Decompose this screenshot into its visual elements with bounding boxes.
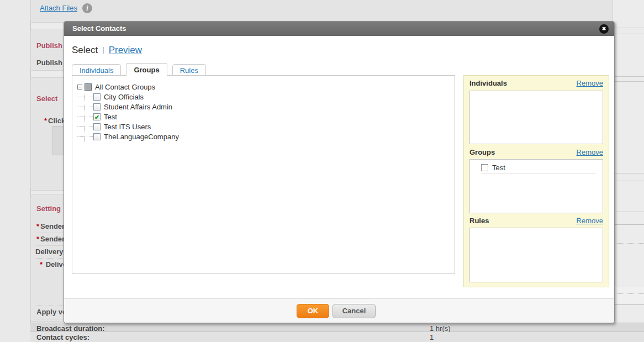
dialog-footer: OK Cancel bbox=[64, 298, 614, 323]
required-marker: * bbox=[36, 235, 39, 243]
contact-cycles-row: Contact cycles: 1 bbox=[30, 332, 644, 342]
group-label: TheLanguageCompany bbox=[104, 133, 179, 141]
collapse-icon[interactable] bbox=[77, 85, 82, 90]
tab-individuals[interactable]: Individuals bbox=[72, 64, 121, 76]
select-heading: Select bbox=[36, 94, 57, 103]
view-separator: | bbox=[102, 45, 104, 54]
group-label: City Officials bbox=[104, 93, 144, 101]
publish-label: Publish bbox=[36, 59, 62, 67]
contact-cycles-value: 1 bbox=[430, 333, 434, 341]
preview-link[interactable]: Preview bbox=[109, 45, 142, 55]
tree-root-row[interactable]: All Contact Groups bbox=[77, 82, 455, 92]
groups-section-header: Groups Remove bbox=[469, 148, 603, 156]
attach-files-panel bbox=[30, 0, 613, 23]
contact-cycles-label: Contact cycles: bbox=[36, 333, 89, 341]
page-row-band bbox=[615, 28, 644, 34]
tree-connector bbox=[85, 90, 85, 142]
tree-row[interactable]: Student Affairs Admin bbox=[77, 102, 455, 112]
tree-row[interactable]: TheLanguageCompany bbox=[77, 131, 455, 141]
cancel-button[interactable]: Cancel bbox=[332, 304, 376, 318]
tab-bar: Individuals Groups Rules bbox=[72, 63, 206, 76]
info-icon[interactable]: i bbox=[82, 3, 92, 13]
group-checkbox-checked[interactable]: ✔ bbox=[93, 113, 101, 120]
selection-summary-panel: Individuals Remove Groups Remove Test Ru… bbox=[463, 75, 609, 287]
remove-rules-link[interactable]: Remove bbox=[577, 217, 603, 225]
rules-section-title: Rules bbox=[469, 217, 489, 225]
page-row-line bbox=[615, 224, 644, 225]
tree-row[interactable]: ✔ Test bbox=[77, 112, 455, 122]
select-contacts-dialog: Select Contacts ✖ Select|Preview Individ… bbox=[64, 21, 615, 323]
publish-heading: Publish bbox=[36, 41, 62, 50]
individuals-section-title: Individuals bbox=[469, 79, 507, 87]
apply-voice-label: Apply vo bbox=[36, 308, 67, 316]
rules-selected-box bbox=[469, 228, 603, 282]
ok-button[interactable]: OK bbox=[297, 304, 329, 318]
group-checkbox[interactable] bbox=[93, 103, 101, 111]
groups-tree-container: All Contact Groups City Officials Studen… bbox=[72, 75, 455, 274]
view-select-label: Select bbox=[72, 45, 98, 55]
page-row-line bbox=[615, 293, 644, 294]
required-marker: * bbox=[40, 260, 43, 269]
tab-groups[interactable]: Groups bbox=[126, 63, 167, 76]
page-row-band bbox=[615, 173, 644, 181]
root-checkbox[interactable] bbox=[85, 83, 92, 91]
broadcast-duration-row: Broadcast duration: 1 hr(s) bbox=[30, 323, 644, 332]
group-label: Student Affairs Admin bbox=[104, 103, 172, 111]
deliver-label: * Delive bbox=[40, 260, 67, 269]
page-row-line bbox=[615, 212, 644, 212]
tree-row[interactable]: City Officials bbox=[77, 92, 455, 102]
individuals-selected-box bbox=[469, 91, 603, 144]
group-label: Test ITS Users bbox=[104, 123, 151, 131]
selected-group-label: Test bbox=[492, 164, 505, 172]
tree-root-label: All Contact Groups bbox=[95, 83, 155, 91]
page-row-band bbox=[615, 287, 644, 304]
selected-group-item[interactable]: Test bbox=[470, 160, 603, 172]
remove-groups-link[interactable]: Remove bbox=[577, 148, 603, 156]
sender-label-1: *Sender bbox=[36, 222, 65, 230]
tree-row[interactable]: Test ITS Users bbox=[77, 122, 455, 131]
contact-groups-tree: All Contact Groups City Officials Studen… bbox=[72, 76, 455, 141]
selected-group-checkbox[interactable] bbox=[481, 164, 488, 171]
page-row-line bbox=[615, 304, 644, 305]
group-label: Test bbox=[104, 113, 117, 121]
group-checkbox[interactable] bbox=[93, 93, 101, 101]
delivery-label: Delivery bbox=[35, 248, 64, 256]
tab-rules[interactable]: Rules bbox=[172, 64, 206, 76]
tree-children: City Officials Student Affairs Admin ✔ T… bbox=[77, 92, 455, 141]
close-icon[interactable]: ✖ bbox=[599, 24, 609, 34]
group-checkbox[interactable] bbox=[93, 123, 101, 130]
rules-section-header: Rules Remove bbox=[469, 217, 603, 225]
broadcast-duration-value: 1 hr(s) bbox=[430, 324, 451, 333]
required-marker: * bbox=[44, 117, 47, 125]
broadcast-duration-label: Broadcast duration: bbox=[36, 324, 105, 333]
dialog-title: Select Contacts bbox=[72, 24, 126, 33]
view-switch: Select|Preview bbox=[72, 45, 142, 56]
item-divider bbox=[481, 173, 596, 174]
click-label: *Click bbox=[44, 117, 65, 125]
page-row-line bbox=[615, 243, 644, 244]
attach-files-link[interactable]: Attach Files bbox=[40, 4, 77, 12]
dialog-titlebar[interactable]: Select Contacts ✖ bbox=[64, 22, 614, 36]
page-row-band bbox=[615, 76, 644, 82]
groups-selected-box: Test bbox=[469, 159, 603, 213]
required-marker: * bbox=[36, 222, 39, 230]
group-checkbox[interactable] bbox=[93, 133, 101, 140]
remove-individuals-link[interactable]: Remove bbox=[577, 79, 603, 87]
groups-section-title: Groups bbox=[469, 148, 495, 156]
sender-label-2: *Sender bbox=[36, 235, 65, 243]
settings-heading: Setting bbox=[36, 204, 61, 213]
individuals-section-header: Individuals Remove bbox=[469, 79, 603, 87]
screen: Attach Files i Publish Publish Select *C… bbox=[0, 0, 644, 342]
